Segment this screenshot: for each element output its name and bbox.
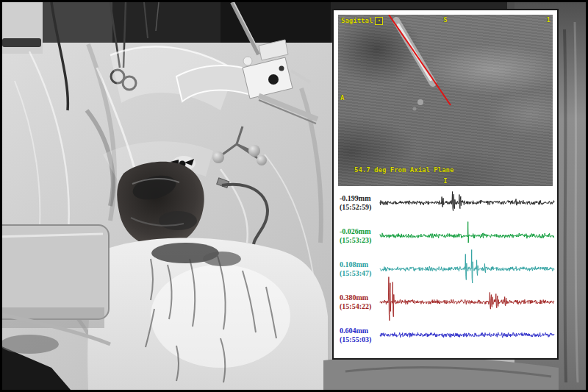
trace-row: -0.026mm (15:53:23) [338, 219, 553, 252]
timestamp: (15:54:22) [340, 302, 380, 311]
trace-row: 0.604mm (15:55:03) [338, 318, 553, 352]
trace-depth-label: 0.108mm (15:53:47) [338, 260, 380, 278]
orientation-anterior: A [340, 94, 344, 101]
figure-frame: Sagittal▾ S 1 A 54.7 deg From Axial Plan… [0, 0, 588, 392]
mer-trace-list: -0.199mm (15:52:59) -0.026mm (15:53:23) … [338, 186, 553, 354]
marker-sphere-icon [248, 145, 260, 157]
timestamp: (15:52:59) [340, 203, 380, 212]
mer-waveform [380, 285, 554, 318]
depth-value: 0.604mm [340, 327, 380, 335]
mer-waveform [380, 252, 554, 285]
view-selector-label: Sagittal [341, 17, 373, 24]
trace-depth-label: 0.380mm (15:54:22) [338, 293, 380, 311]
trace-row: 0.108mm (15:53:47) [338, 252, 553, 285]
trajectory-angle-text: 54.7 deg From Axial Plane [354, 166, 453, 174]
depth-value: 0.108mm [340, 260, 380, 269]
trace-depth-label: -0.199mm (15:52:59) [338, 194, 380, 212]
dropdown-icon[interactable]: ▾ [375, 17, 383, 25]
marker-sphere-icon [212, 152, 224, 163]
timestamp: (15:55:03) [340, 335, 380, 344]
marker-sphere-icon [257, 155, 267, 165]
planned-trajectory-line[interactable] [389, 15, 451, 105]
orientation-superior: S [443, 16, 447, 24]
trace-row: -0.199mm (15:52:59) [338, 186, 553, 219]
mer-waveform [380, 318, 554, 352]
trace-depth-label: -0.026mm (15:53:23) [338, 227, 380, 245]
timestamp: (15:53:47) [340, 269, 380, 278]
slice-number: 1 [547, 16, 551, 24]
mri-sagittal-view: Sagittal▾ S 1 A 54.7 deg From Axial Plan… [338, 15, 553, 186]
view-selector[interactable]: Sagittal▾ [341, 17, 383, 25]
navigation-inset-panel: Sagittal▾ S 1 A 54.7 deg From Axial Plan… [332, 9, 559, 360]
patient-torso [87, 238, 328, 391]
depth-value: -0.026mm [340, 227, 380, 236]
mer-waveform [380, 186, 554, 219]
trace-depth-label: 0.604mm (15:55:03) [338, 327, 380, 344]
mer-waveform [380, 219, 554, 252]
trajectory-overlay [338, 15, 553, 186]
depth-value: 0.380mm [340, 293, 380, 302]
orientation-inferior: I [443, 177, 447, 185]
knob-icon [268, 74, 279, 85]
trace-row: 0.380mm (15:54:22) [338, 285, 553, 318]
timestamp: (15:53:23) [340, 236, 380, 245]
depth-value: -0.199mm [340, 194, 380, 203]
